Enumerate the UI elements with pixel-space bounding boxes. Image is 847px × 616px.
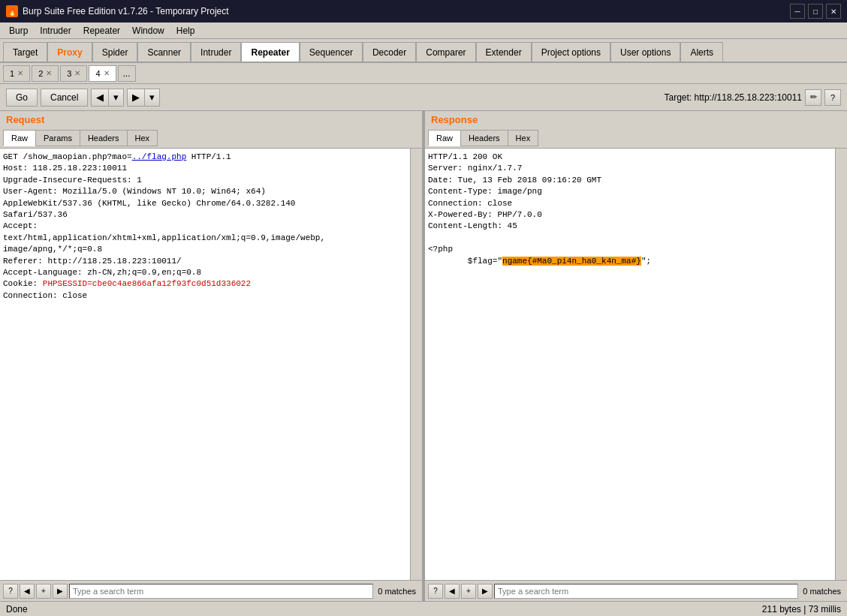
response-tab-raw[interactable]: Raw bbox=[428, 130, 460, 146]
target-info: Target: http://118.25.18.223:10011 ✏ ? bbox=[665, 89, 841, 106]
menu-help[interactable]: Help bbox=[170, 24, 201, 38]
response-line-2: Server: nginx/1.7.7 bbox=[428, 164, 522, 173]
request-line-10: Referer: http://118.25.18.223:10011/ bbox=[3, 257, 182, 266]
nav-forward-button[interactable]: ▶ bbox=[127, 89, 144, 107]
response-line-5: Connection: close bbox=[428, 199, 512, 208]
tab-decoder[interactable]: Decoder bbox=[363, 42, 416, 62]
request-search-options[interactable]: ▶ bbox=[53, 584, 68, 599]
request-scrollbar[interactable] bbox=[410, 149, 422, 580]
repeater-tab-more[interactable]: ... bbox=[118, 65, 136, 82]
target-edit-button[interactable]: ✏ bbox=[805, 89, 821, 106]
nav-forward-group: ▶ ▾ bbox=[127, 89, 160, 107]
titlebar: 🔥 Burp Suite Free Edition v1.7.26 - Temp… bbox=[0, 0, 847, 23]
repeater-tab-2-close[interactable]: ✕ bbox=[46, 69, 52, 77]
tab-spider[interactable]: Spider bbox=[92, 42, 138, 62]
response-search-prev[interactable]: ◀ bbox=[445, 584, 460, 599]
flag-value: ngame{#Ma0_pi4n_ha0_k4n_ma#} bbox=[502, 257, 641, 266]
tab-repeater[interactable]: Repeater bbox=[241, 42, 299, 62]
request-body: GET /show_maopian.php?mao=../flag.php HT… bbox=[3, 152, 407, 302]
request-search-input[interactable] bbox=[69, 584, 373, 599]
menu-intruder[interactable]: Intruder bbox=[34, 24, 77, 38]
request-line-2: Host: 118.25.18.223:10011 bbox=[3, 164, 127, 173]
response-header: Response bbox=[425, 111, 847, 128]
request-tab-params[interactable]: Params bbox=[35, 130, 80, 146]
request-line-13: Connection: close bbox=[3, 291, 87, 300]
response-line-4: Content-Type: image/png bbox=[428, 187, 542, 196]
repeater-tab-1-label: 1 bbox=[10, 69, 14, 78]
request-line-6: Safari/537.36 bbox=[3, 210, 68, 219]
go-button[interactable]: Go bbox=[6, 89, 38, 107]
response-search-options[interactable]: ▶ bbox=[478, 584, 493, 599]
tab-extender[interactable]: Extender bbox=[476, 42, 532, 62]
response-line-6: X-Powered-By: PHP/7.0.0 bbox=[428, 210, 542, 219]
repeater-tab-1[interactable]: 1 ✕ bbox=[3, 65, 30, 82]
menu-repeater[interactable]: Repeater bbox=[77, 24, 126, 38]
titlebar-left: 🔥 Burp Suite Free Edition v1.7.26 - Temp… bbox=[6, 5, 229, 17]
response-text-content[interactable]: HTTP/1.1 200 OK Server: nginx/1.7.7 Date… bbox=[425, 149, 835, 580]
request-panel: Request Raw Params Headers Hex GET /show… bbox=[0, 111, 422, 601]
request-search-matches: 0 matches bbox=[375, 587, 419, 596]
menu-burp[interactable]: Burp bbox=[3, 24, 34, 38]
maximize-button[interactable]: □ bbox=[808, 4, 823, 19]
request-tab-headers[interactable]: Headers bbox=[80, 130, 127, 146]
request-header: Request bbox=[0, 111, 422, 128]
minimize-button[interactable]: ─ bbox=[790, 4, 805, 19]
repeater-tab-3-close[interactable]: ✕ bbox=[74, 69, 80, 77]
request-search-next[interactable]: + bbox=[36, 584, 51, 599]
nav-back-group: ◀ ▾ bbox=[91, 89, 124, 107]
request-search-prev[interactable]: ◀ bbox=[20, 584, 35, 599]
tab-user-options[interactable]: User options bbox=[610, 42, 680, 62]
tab-sequencer[interactable]: Sequencer bbox=[300, 42, 363, 62]
request-line-11: Accept-Language: zh-CN,zh;q=0.9,en;q=0.8 bbox=[3, 268, 201, 277]
close-button[interactable]: ✕ bbox=[826, 4, 841, 19]
cookie-value: PHPSESSID=cbe0c4ae866afa12f93fc0d51d3360… bbox=[43, 279, 251, 288]
response-tab-headers[interactable]: Headers bbox=[460, 130, 508, 146]
repeater-tab-3-label: 3 bbox=[67, 69, 71, 78]
response-line-1: HTTP/1.1 200 OK bbox=[428, 152, 502, 161]
tab-intruder[interactable]: Intruder bbox=[191, 42, 241, 62]
request-tab-hex[interactable]: Hex bbox=[127, 130, 158, 146]
tab-scanner[interactable]: Scanner bbox=[137, 42, 191, 62]
request-search-help[interactable]: ? bbox=[3, 584, 18, 599]
response-line-9: $flag="ngame{#Ma0_pi4n_ha0_k4n_ma#}"; bbox=[428, 257, 651, 266]
request-line-7: Accept: bbox=[3, 221, 38, 230]
repeater-tab-4[interactable]: 4 ✕ bbox=[89, 65, 116, 82]
tab-target[interactable]: Target bbox=[3, 42, 47, 62]
app-icon: 🔥 bbox=[6, 5, 18, 17]
request-scroll-container: GET /show_maopian.php?mao=../flag.php HT… bbox=[0, 149, 422, 580]
response-tab-hex[interactable]: Hex bbox=[508, 130, 539, 146]
cancel-button[interactable]: Cancel bbox=[41, 89, 88, 107]
response-scrollbar[interactable] bbox=[835, 149, 847, 580]
request-line-5: AppleWebKit/537.36 (KHTML, like Gecko) C… bbox=[3, 199, 295, 208]
tab-comparer[interactable]: Comparer bbox=[416, 42, 475, 62]
statusbar: Done 211 bytes | 73 millis bbox=[0, 601, 847, 616]
repeater-tab-3[interactable]: 3 ✕ bbox=[60, 65, 87, 82]
nav-back-dropdown[interactable]: ▾ bbox=[108, 89, 124, 107]
tab-project-options[interactable]: Project options bbox=[532, 42, 610, 62]
repeater-tab-4-close[interactable]: ✕ bbox=[104, 69, 110, 77]
repeater-tab-2[interactable]: 2 ✕ bbox=[32, 65, 59, 82]
response-subtabs: Raw Headers Hex bbox=[425, 128, 847, 149]
nav-forward-dropdown[interactable]: ▾ bbox=[144, 89, 160, 107]
target-help-button[interactable]: ? bbox=[824, 89, 841, 106]
titlebar-controls[interactable]: ─ □ ✕ bbox=[790, 4, 841, 19]
main-tabbar: Target Proxy Spider Scanner Intruder Rep… bbox=[0, 39, 847, 63]
response-search-help[interactable]: ? bbox=[428, 584, 443, 599]
tab-alerts[interactable]: Alerts bbox=[680, 42, 723, 62]
response-search-input[interactable] bbox=[494, 584, 798, 599]
repeater-tab-1-close[interactable]: ✕ bbox=[17, 69, 23, 77]
request-line-8: text/html,application/xhtml+xml,applicat… bbox=[3, 233, 325, 242]
request-tab-raw[interactable]: Raw bbox=[3, 130, 35, 146]
menu-window[interactable]: Window bbox=[126, 24, 170, 38]
request-line-3: Upgrade-Insecure-Requests: 1 bbox=[3, 176, 142, 185]
main-content: Request Raw Params Headers Hex GET /show… bbox=[0, 111, 847, 601]
request-text-content[interactable]: GET /show_maopian.php?mao=../flag.php HT… bbox=[0, 149, 410, 580]
nav-back-button[interactable]: ◀ bbox=[91, 89, 108, 107]
repeater-tab-4-label: 4 bbox=[95, 69, 100, 78]
response-line-8: <?php bbox=[428, 245, 453, 254]
status-left: Done bbox=[6, 604, 28, 614]
tab-proxy[interactable]: Proxy bbox=[47, 42, 92, 62]
repeater-tab-2-label: 2 bbox=[38, 69, 43, 78]
response-search-next[interactable]: + bbox=[461, 584, 476, 599]
response-search-bar: ? ◀ + ▶ 0 matches bbox=[425, 580, 847, 601]
